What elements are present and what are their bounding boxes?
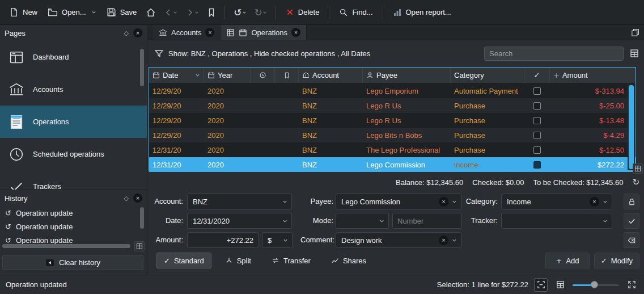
table-row[interactable]: 12/31/20 2020 BNZ The Lego Professional …: [149, 142, 635, 157]
pages-scrollbar[interactable]: [140, 49, 144, 86]
add-button[interactable]: + Add: [545, 253, 590, 268]
cell-date: 12/31/20: [149, 157, 204, 172]
column-header-category[interactable]: Category: [451, 68, 524, 83]
column-header-checked[interactable]: ✓: [524, 68, 550, 83]
table-row[interactable]: 12/29/20 2020 BNZ Lego R Us Purchase $-2…: [149, 98, 635, 113]
clear-field-icon[interactable]: ×: [590, 197, 599, 207]
comment-combobox[interactable]: Design work ×: [336, 232, 461, 248]
selection-mode-button[interactable]: [534, 278, 548, 292]
home-button[interactable]: [142, 4, 159, 21]
table-row[interactable]: 12/29/20 2020 BNZ Lego R Us Purchase $-1…: [149, 113, 635, 128]
new-label: New: [23, 8, 37, 16]
sort-chevron-icon: [195, 73, 200, 78]
cell-amount: $-13.48: [550, 113, 635, 128]
cell-amount: $272.22: [550, 157, 635, 172]
type-split-button[interactable]: Split: [218, 253, 258, 268]
check-icon: ✓: [164, 257, 170, 265]
freeze-lock-button[interactable]: [624, 194, 639, 209]
erase-form-button[interactable]: [624, 232, 639, 248]
close-panel-icon[interactable]: ×: [133, 28, 142, 37]
fit-zoom-button[interactable]: [625, 278, 638, 292]
clear-field-icon[interactable]: ×: [439, 236, 448, 245]
table-row-selected[interactable]: 12/31/20 2020 BNZ Lego Commission Income…: [149, 157, 635, 172]
row-checkbox[interactable]: [533, 146, 541, 154]
new-button[interactable]: New: [5, 4, 42, 20]
tab-accounts[interactable]: Accounts ×: [153, 25, 221, 40]
date-combobox[interactable]: 12/31/2020: [187, 213, 292, 229]
sidebar-item-accounts[interactable]: Accounts: [0, 73, 147, 106]
bookmark-button[interactable]: [204, 5, 219, 20]
person-icon: [366, 72, 374, 79]
float-panel-icon[interactable]: ◇: [124, 30, 129, 37]
undo-button[interactable]: ↺: [230, 3, 249, 22]
payee-combobox[interactable]: Lego Commission ×: [336, 194, 461, 209]
type-standard-button[interactable]: ✓ Standard: [156, 253, 211, 268]
sidebar-item-dashboard[interactable]: Dashboard: [0, 41, 147, 73]
column-header-schedule[interactable]: [251, 68, 275, 83]
sidebar-item-operations[interactable]: Operations: [0, 106, 147, 138]
cell-schedule: [251, 98, 275, 113]
save-button[interactable]: Save: [102, 4, 142, 20]
check-icon: ✓: [534, 71, 540, 79]
sidebar-item-scheduled-operations[interactable]: Scheduled operations: [0, 138, 147, 170]
cell-checked: [524, 83, 550, 98]
row-checkbox[interactable]: [533, 102, 541, 110]
find-button[interactable]: Find...: [334, 5, 377, 20]
type-transfer-button[interactable]: Transfer: [265, 253, 317, 268]
unit-combobox[interactable]: $: [262, 232, 293, 248]
cell-bookmark: [275, 98, 299, 113]
column-label: Account: [312, 71, 339, 79]
validate-check-button[interactable]: [624, 213, 639, 229]
type-shares-button[interactable]: Shares: [324, 253, 373, 268]
table-settings-button[interactable]: [628, 47, 641, 60]
cell-amount: $-313.94: [550, 83, 635, 98]
column-header-payee[interactable]: Payee: [363, 68, 451, 83]
cell-category: Purchase: [451, 142, 524, 157]
back-button[interactable]: [160, 5, 181, 20]
category-combobox[interactable]: Income ×: [501, 194, 612, 209]
table-view-button[interactable]: [553, 278, 567, 292]
column-header-account[interactable]: Account: [299, 68, 363, 83]
open-report-button[interactable]: Open report...: [388, 5, 456, 20]
redo-button[interactable]: ↻: [251, 3, 270, 22]
table-row[interactable]: 12/29/20 2020 BNZ Lego Emporium Automati…: [149, 83, 635, 98]
table-scrollbar[interactable]: [628, 84, 635, 170]
row-checkbox[interactable]: [533, 132, 541, 139]
tab-bar: Accounts × Operations ×: [147, 25, 644, 40]
tab-operations[interactable]: Operations ×: [221, 25, 307, 40]
forward-button[interactable]: [182, 5, 202, 20]
row-checkbox[interactable]: [533, 117, 541, 124]
filter-row: Show: BNZ , Operations , Hide checked op…: [154, 45, 641, 61]
number-input[interactable]: [392, 213, 461, 229]
close-tab-icon[interactable]: ×: [291, 28, 300, 37]
sidebar-item-label: Operations: [33, 117, 69, 126]
refresh-icon[interactable]: ↻: [632, 177, 639, 187]
sidebar-item-trackers[interactable]: Trackers: [0, 170, 147, 190]
shares-chart-icon: [331, 257, 339, 264]
amount-input[interactable]: [187, 232, 259, 248]
row-checkbox[interactable]: [533, 87, 541, 95]
column-header-amount[interactable]: + Amount: [550, 68, 635, 83]
table-row[interactable]: 12/29/20 2020 BNZ Lego Bits n Bobs Purch…: [149, 128, 635, 142]
column-header-bookmark[interactable]: [275, 68, 299, 83]
tab-overview-button[interactable]: [626, 25, 644, 40]
row-checkbox[interactable]: [533, 161, 541, 169]
delete-button[interactable]: Delete: [281, 5, 324, 20]
open-button[interactable]: Open...: [43, 4, 101, 21]
totals-row: Balance: $12,345.60 Checked: $0.00 To be…: [149, 176, 639, 188]
close-tab-icon[interactable]: ×: [205, 28, 214, 37]
sidebar-item-label: Trackers: [33, 182, 61, 190]
zoom-slider[interactable]: [573, 279, 619, 291]
form-row-4: ✓ Standard Split Transfer Shares + Add ✓…: [0, 253, 644, 268]
clear-field-icon[interactable]: ×: [439, 197, 448, 207]
column-header-year[interactable]: Year: [204, 68, 251, 83]
mode-combobox[interactable]: [336, 213, 389, 229]
table-corner-settings-button[interactable]: [633, 163, 643, 174]
column-header-date[interactable]: Date: [149, 68, 204, 83]
tracker-combobox[interactable]: [501, 213, 612, 229]
slider-knob[interactable]: [591, 281, 598, 288]
account-combobox[interactable]: BNZ: [187, 194, 292, 209]
search-input[interactable]: [484, 47, 624, 61]
modify-button[interactable]: ✓ Modify: [594, 253, 639, 268]
date-value: 12/31/2020: [193, 217, 281, 225]
